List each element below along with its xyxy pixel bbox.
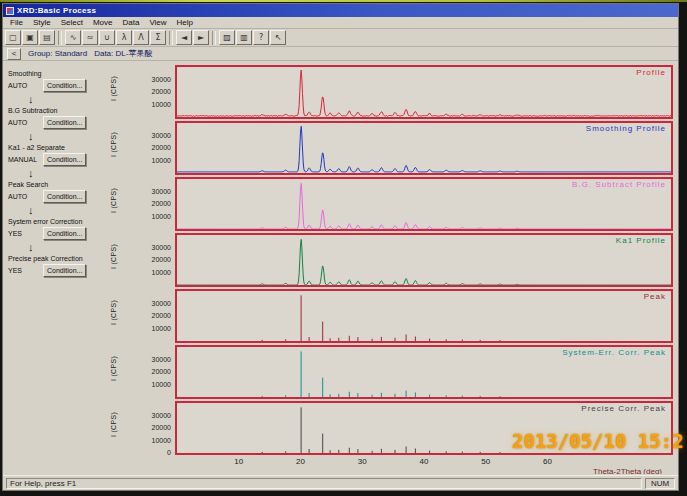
peak-stick-plot [177, 291, 671, 341]
y-tick-label: 20000 [127, 144, 171, 151]
step-title: Ka1 - a2 Separate [8, 144, 100, 151]
chart-panel: I (CPS)100002000030000Smoothing Profile [103, 120, 678, 176]
y-axis-title: I (CPS) [110, 68, 117, 110]
panel-label: Precise Corr. Peak [581, 404, 666, 413]
menu-item-move[interactable]: Move [88, 18, 118, 27]
palette-icon: ▨ [223, 33, 231, 42]
menu-item-file[interactable]: File [5, 18, 28, 27]
x-axis-title: Theta-2Theta (deg) [593, 467, 662, 474]
y-tick-label: 10000 [127, 437, 171, 444]
condition-button[interactable]: Condition... [43, 79, 86, 92]
chart-panel: I (CPS)100002000030000System-Err. Corr. … [103, 344, 678, 400]
error-correct-icon: Σ [155, 33, 160, 42]
step-mode-value: AUTO [8, 119, 40, 126]
menu-item-style[interactable]: Style [28, 18, 56, 27]
photo-edge-artifact [0, 0, 687, 2]
y-tick-label: 20000 [127, 424, 171, 431]
main-content: SmoothingAUTOCondition...↓B.G Subtractio… [3, 64, 678, 474]
num-lock-indicator: NUM [645, 478, 675, 489]
y-axis-title: I (CPS) [110, 180, 117, 222]
x-axis-ticks: 102030405060 [103, 456, 678, 467]
plot-frame: System-Err. Corr. Peak [175, 345, 673, 399]
y-tick-label: 30000 [127, 76, 171, 83]
smoothing-button[interactable]: ≈ [82, 30, 98, 45]
step-title: Smoothing [8, 70, 100, 77]
new-file-button[interactable]: ▢ [5, 30, 21, 45]
print-button[interactable]: ▤ [39, 30, 55, 45]
x-axis-row: Theta-2Theta (deg) [103, 467, 678, 474]
plot-frame: Peak [175, 289, 673, 343]
prev-group-button[interactable]: < [7, 48, 21, 60]
condition-button[interactable]: Condition... [43, 190, 86, 203]
chart-panel: I (CPS)100002000030000Ka1 Profile [103, 232, 678, 288]
group-data-bar: < Group: Standard Data: DL-苹果酸 [3, 47, 678, 61]
y-tick-label: 10000 [127, 269, 171, 276]
y-tick-label: 10000 [127, 213, 171, 220]
menu-item-select[interactable]: Select [56, 18, 88, 27]
print-report-button[interactable]: ▥ [236, 30, 252, 45]
app-icon [6, 7, 14, 15]
y-tick-label: 10000 [127, 101, 171, 108]
x-tick-label: 40 [412, 457, 436, 466]
y-tick-label: 10000 [127, 381, 171, 388]
y-tick-label: 30000 [127, 244, 171, 251]
status-help-text: For Help, press F1 [6, 478, 642, 489]
save-button[interactable]: ▣ [22, 30, 38, 45]
menu-item-view[interactable]: View [144, 18, 171, 27]
y-tick-label: 30000 [127, 412, 171, 419]
down-arrow-icon: ↓ [28, 94, 100, 104]
y-tick-label: 30000 [127, 356, 171, 363]
process-step: System error CorrectionYESCondition... [8, 218, 100, 240]
y-tick-label: 10000 [127, 157, 171, 164]
y-tick-label: 30000 [127, 188, 171, 195]
panel-label: Ka1 Profile [616, 236, 666, 245]
menu-item-data[interactable]: Data [117, 18, 144, 27]
step-mode-value: MANUAL [8, 156, 40, 163]
step-row: AUTOCondition... [8, 190, 100, 203]
peak-search-button[interactable]: Λ [133, 30, 149, 45]
panel-label: B.G. Subtract Profile [572, 180, 666, 189]
plot-frame: Profile [175, 65, 673, 119]
smoothing-icon: ≈ [87, 33, 94, 42]
step-mode-value: YES [8, 267, 40, 274]
status-bar: For Help, press F1 NUM [3, 475, 678, 490]
condition-button[interactable]: Condition... [43, 227, 86, 240]
screen-photo: XRD:Basic Process FileStyleSelectMoveDat… [0, 0, 687, 496]
profile-curve-plot [177, 67, 671, 117]
prev-data-button[interactable]: ◄ [176, 30, 192, 45]
x-tick-label: 60 [536, 457, 560, 466]
process-step: Ka1 - a2 SeparateMANUALCondition... [8, 144, 100, 166]
ka1-separate-button[interactable]: λ [116, 30, 132, 45]
bg-subtract-button[interactable]: ∪ [99, 30, 115, 45]
x-tick-label: 10 [227, 457, 251, 466]
profile-curve-plot [177, 235, 671, 285]
process-step: B.G SubtractionAUTOCondition... [8, 107, 100, 129]
process-step: SmoothingAUTOCondition... [8, 70, 100, 92]
y-tick-label: 0 [127, 449, 171, 456]
y-axis-title: I (CPS) [110, 292, 117, 334]
print-icon: ▤ [43, 33, 51, 42]
context-help-button[interactable]: ↖ [270, 30, 286, 45]
profile-view-icon: ∿ [70, 33, 77, 42]
next-data-button[interactable]: ► [193, 30, 209, 45]
process-steps-panel: SmoothingAUTOCondition...↓B.G Subtractio… [3, 64, 103, 474]
menu-item-help[interactable]: Help [172, 18, 198, 27]
panel-label: System-Err. Corr. Peak [562, 348, 666, 357]
y-axis-title: I (CPS) [110, 348, 117, 390]
y-tick-label: 20000 [127, 200, 171, 207]
help-icon: ? [259, 33, 263, 42]
step-row: AUTOCondition... [8, 116, 100, 129]
help-button[interactable]: ? [253, 30, 269, 45]
down-arrow-icon: ↓ [28, 131, 100, 141]
profile-view-button[interactable]: ∿ [65, 30, 81, 45]
bg-subtract-icon: ∪ [104, 33, 110, 42]
condition-button[interactable]: Condition... [43, 116, 86, 129]
condition-button[interactable]: Condition... [43, 264, 86, 277]
palette-button[interactable]: ▨ [219, 30, 235, 45]
step-row: YESCondition... [8, 264, 100, 277]
error-correct-button[interactable]: Σ [150, 30, 166, 45]
condition-button[interactable]: Condition... [43, 153, 86, 166]
panel-label: Smoothing Profile [586, 124, 666, 133]
step-row: YESCondition... [8, 227, 100, 240]
down-arrow-icon: ↓ [28, 205, 100, 215]
